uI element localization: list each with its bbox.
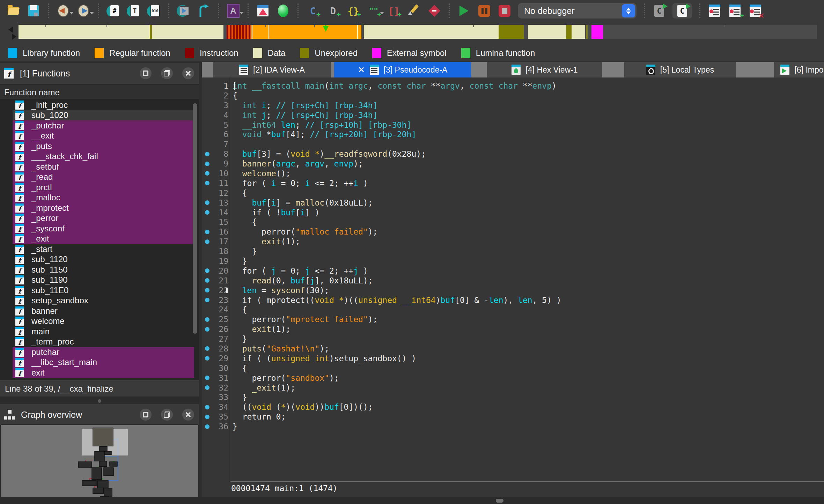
pseudocode-line[interactable]: 24 {: [202, 305, 824, 314]
add-data-icon[interactable]: D+: [326, 3, 340, 18]
run-to-cursor-icon[interactable]: C: [652, 3, 666, 18]
functions-scrollbar[interactable]: [193, 103, 197, 334]
rename-icon[interactable]: A: [226, 3, 240, 18]
pseudocode-line[interactable]: 20 for ( j = 0; j <= 2; ++j ): [202, 266, 824, 276]
function-list-item[interactable]: setup_sandbox: [0, 296, 199, 306]
function-list-item[interactable]: _perror: [0, 213, 199, 224]
pseudocode-line[interactable]: 7: [202, 139, 824, 149]
breakpoint-dot[interactable]: [202, 356, 212, 361]
function-list-item[interactable]: _puts: [0, 141, 199, 151]
run-until-return-icon[interactable]: C: [672, 3, 692, 18]
pseudocode-line[interactable]: 10 welcome();: [202, 169, 824, 178]
restore-icon[interactable]: [161, 409, 173, 421]
navigation-band[interactable]: [19, 25, 817, 39]
breakpoint-add-icon[interactable]: +: [728, 3, 742, 18]
close-icon[interactable]: [182, 67, 194, 79]
pseudocode-line[interactable]: 3 int i; // [rsp+Ch] [rbp-34h]: [202, 101, 824, 110]
function-list-item[interactable]: sub_1020: [0, 110, 199, 121]
function-list-item[interactable]: _exit: [0, 234, 199, 244]
breakpoint-dot[interactable]: [202, 181, 212, 185]
breakpoint-dot[interactable]: [202, 405, 212, 409]
breakpoint-list-icon[interactable]: [708, 3, 722, 18]
breakpoint-dot[interactable]: [202, 162, 212, 166]
function-list-item[interactable]: ___stack_chk_fail: [0, 151, 199, 162]
breakpoint-dot[interactable]: [202, 268, 212, 273]
pseudocode-line[interactable]: 26 exit(1);: [202, 324, 824, 334]
pseudocode-line[interactable]: 14 if ( !buf[i] ): [202, 208, 824, 217]
pseudocode-line[interactable]: 6 void *buf[4]; // [rsp+20h] [rbp-20h]: [202, 129, 824, 139]
run-icon[interactable]: [457, 3, 471, 18]
function-list-item[interactable]: _start: [0, 244, 199, 254]
breakpoint-dot[interactable]: [202, 200, 212, 205]
band-left-arrow-icon[interactable]: [8, 27, 13, 33]
function-name-column-header[interactable]: Function name: [0, 85, 199, 100]
breakpoint-dot[interactable]: [202, 327, 212, 332]
function-list-item[interactable]: banner: [0, 306, 199, 316]
close-tab-icon[interactable]: [358, 66, 365, 73]
pseudocode-line[interactable]: 16 perror("malloc failed");: [202, 227, 824, 237]
navigate-back-icon[interactable]: [56, 3, 70, 18]
text-view-icon[interactable]: T: [126, 3, 140, 18]
function-list-item[interactable]: _setbuf: [0, 162, 199, 172]
save-icon[interactable]: [27, 3, 41, 18]
breakpoint-dot[interactable]: [202, 317, 212, 322]
panel-splitter[interactable]: [199, 63, 202, 497]
pause-icon[interactable]: [477, 3, 491, 18]
pseudocode-line[interactable]: 23 if ( mprotect((void *)((unsigned __in…: [202, 295, 824, 305]
function-list-item[interactable]: _putchar: [0, 120, 199, 131]
pseudocode-line[interactable]: 17 exit(1);: [202, 237, 824, 246]
stop-icon[interactable]: [498, 3, 512, 18]
pseudocode-view[interactable]: 1int __fastcall main(int argc, const cha…: [202, 77, 824, 497]
binary-view-icon[interactable]: 010: [147, 3, 161, 18]
pseudocode-line[interactable]: 9 banner(argc, argv, envp);: [202, 159, 824, 169]
open-file-icon[interactable]: [6, 3, 20, 18]
add-struct-icon[interactable]: {}+: [346, 3, 360, 18]
pseudocode-line[interactable]: 31 perror("sandbox");: [202, 373, 824, 383]
pseudocode-line[interactable]: 32 _exit(1);: [202, 383, 824, 393]
tab-local-types[interactable]: [5] Local Types: [624, 62, 736, 77]
add-array-icon[interactable]: []+: [387, 3, 401, 18]
pseudocode-line[interactable]: 29 if ( (unsigned int)setup_sandbox() ): [202, 354, 824, 363]
function-list-item[interactable]: sub_11E0: [0, 285, 199, 296]
function-list-item[interactable]: _prctl: [0, 182, 199, 193]
pseudocode-line[interactable]: 22 len = sysconf(30);: [202, 286, 824, 295]
graph-view-icon[interactable]: [256, 3, 270, 18]
pseudocode-line[interactable]: 13 buf[i] = malloc(0x18uLL);: [202, 198, 824, 208]
maximize-icon[interactable]: [140, 409, 152, 421]
tab-pseudocode-a[interactable]: [3] Pseudocode-A: [334, 62, 471, 77]
function-list-item[interactable]: _sysconf: [0, 223, 199, 234]
restore-icon[interactable]: [161, 67, 173, 79]
breakpoint-dot[interactable]: [202, 278, 212, 283]
pseudocode-line[interactable]: 21 read(0, buf[j], 0x18uLL);: [202, 276, 824, 286]
breakpoint-dot[interactable]: [202, 239, 212, 244]
lumina-icon[interactable]: [276, 3, 290, 18]
add-code-icon[interactable]: C+: [306, 3, 320, 18]
jump-icon[interactable]: [197, 3, 211, 18]
select-stepper-icon[interactable]: [622, 4, 635, 17]
pseudocode-line[interactable]: 19 }: [202, 256, 824, 266]
function-list-item[interactable]: welcome: [0, 316, 199, 327]
function-list-item[interactable]: main: [0, 326, 199, 337]
breakpoint-dot[interactable]: [202, 376, 212, 380]
breakpoint-dot[interactable]: [202, 385, 212, 390]
breakpoint-delete-icon[interactable]: ✕: [748, 3, 762, 18]
pseudocode-line[interactable]: 15 {: [202, 217, 824, 227]
pseudocode-line[interactable]: 5 __int64 len; // [rsp+10h] [rbp-30h]: [202, 120, 824, 130]
pseudocode-line[interactable]: 25 perror("mprotect failed");: [202, 314, 824, 324]
breakpoint-icon[interactable]: [427, 3, 441, 18]
tab-imports[interactable]: [6] Impo: [774, 62, 824, 77]
breakpoint-dot[interactable]: [202, 288, 212, 292]
debugger-select[interactable]: No debugger: [518, 3, 637, 18]
pseudocode-line[interactable]: 12 {: [202, 188, 824, 198]
function-list-item[interactable]: __exit: [0, 131, 199, 141]
pseudocode-line[interactable]: 27 }: [202, 334, 824, 344]
add-string-icon[interactable]: ""+: [367, 3, 381, 18]
function-list-item[interactable]: sub_1150: [0, 265, 199, 275]
breakpoint-dot[interactable]: [202, 230, 212, 234]
function-list-item[interactable]: sub_1190: [0, 275, 199, 286]
pseudocode-line[interactable]: 4 int j; // [rsp+Ch] [rbp-34h]: [202, 110, 824, 120]
tab-hex-view-1[interactable]: [4] Hex View-1: [487, 62, 602, 77]
graph-overview-canvas[interactable]: [1, 424, 198, 498]
edit-icon[interactable]: [407, 3, 421, 18]
pseudocode-line[interactable]: 28 puts("Gashat!\n");: [202, 344, 824, 354]
